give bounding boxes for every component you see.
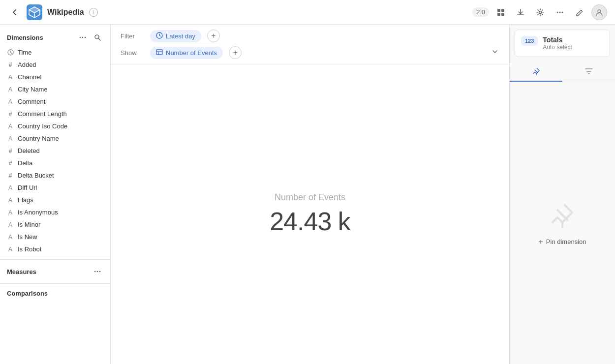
filter-tag-label: Latest day [166,32,195,40]
svg-point-11 [557,11,558,13]
dim-label-deltabucket: Delta Bucket [18,172,54,179]
settings-icon-button[interactable] [532,4,548,20]
dim-item-isanonymous[interactable]: A Is Anonymous [0,206,110,218]
pin-plus-icon: + [539,238,543,246]
dim-item-deltabucket[interactable]: # Delta Bucket [0,169,110,182]
pin-dimension-button[interactable]: + Pin dimension [539,238,586,246]
dim-item-comment[interactable]: A Comment [0,95,110,108]
back-button[interactable] [8,5,22,19]
dim-item-time[interactable]: Time [0,46,110,59]
download-icon-button[interactable] [513,4,528,20]
text-icon-channel: A [7,74,14,81]
dim-item-isrobot[interactable]: A Is Robot [0,243,110,255]
comparisons-header[interactable]: Comparisons [0,284,110,303]
dim-label-commentlength: Comment Length [18,110,67,118]
info-icon[interactable]: i [89,8,98,17]
measures-header[interactable]: Measures [0,260,110,283]
show-tag-label: Number of Events [166,49,217,57]
hash-icon-delta: # [7,160,14,167]
show-tag[interactable]: Number of Events [150,47,223,59]
show-chevron-button[interactable] [491,47,499,58]
svg-point-13 [562,11,563,13]
chart-metric-value: 24.43 k [270,207,350,236]
svg-point-16 [82,37,84,38]
svg-point-18 [95,35,99,39]
filter-add-button[interactable]: + [207,30,220,42]
sidebar: Dimensions Time # Added [0,25,111,364]
dim-label-flags: Flags [18,196,33,204]
totals-badge: 123 [521,36,538,46]
svg-rect-6 [497,9,500,12]
svg-point-23 [99,271,101,273]
app-icon [27,4,42,20]
dim-item-added[interactable]: # Added [0,59,110,71]
measures-more-button[interactable] [92,266,103,277]
more-icon-button[interactable] [552,4,568,20]
topnav: Wikipedia i 2.0 [0,0,615,25]
panel-tab-filter[interactable] [562,62,615,82]
clock-filter-icon [156,32,163,40]
show-row-right [491,47,499,58]
svg-point-10 [539,11,542,13]
dim-label-isminor: Is Minor [18,221,40,228]
dim-label-deleted: Deleted [18,147,40,154]
panel-tab-pin[interactable] [510,62,562,82]
pin-area: + Pin dimension [510,82,615,364]
dim-item-commentlength[interactable]: # Comment Length [0,108,110,120]
comparisons-title: Comparisons [7,290,48,297]
text-icon-isrobot: A [7,246,14,253]
totals-subtitle: Auto select [543,44,572,51]
grid-icon-button[interactable] [493,4,509,20]
dimensions-more-button[interactable] [77,31,89,43]
dim-item-flags[interactable]: A Flags [0,194,110,206]
filter-row: Filter Latest day + [121,30,499,42]
dim-label-added: Added [18,61,36,68]
dim-label-diffurl: Diff Url [18,184,37,191]
text-icon-countryisocode: A [7,123,14,130]
dim-label-countryisocode: Country Iso Code [18,122,67,130]
dim-item-isminor[interactable]: A Is Minor [0,218,110,231]
avatar[interactable] [591,4,607,20]
dimensions-list: Time # Added A Channel A City Name A Com… [0,46,110,259]
dim-item-countryisocode[interactable]: A Country Iso Code [0,120,110,132]
svg-rect-8 [497,13,500,16]
panel-tabs [510,62,615,82]
dim-item-diffurl[interactable]: A Diff Url [0,182,110,194]
right-panel: 123 Totals Auto select [509,25,615,364]
measures-title: Measures [7,268,36,275]
dimensions-title: Dimensions [7,34,43,41]
dim-item-deleted[interactable]: # Deleted [0,145,110,157]
app-title: Wikipedia [47,8,84,17]
hash-icon-commentlength: # [7,111,14,118]
version-badge: 2.0 [472,7,489,17]
clock-icon [7,49,14,56]
dim-label-countryname: Country Name [18,135,59,142]
dim-item-isnew[interactable]: A Is New [0,231,110,243]
dim-label-isanonymous: Is Anonymous [18,209,58,216]
show-add-button[interactable]: + [229,46,242,59]
query-bar: Filter Latest day + Show Number of Event… [111,25,509,64]
hash-icon-added: # [7,61,14,68]
text-icon-countryname: A [7,135,14,142]
totals-info: Totals Auto select [543,36,572,51]
svg-point-15 [80,37,81,38]
dim-item-cityname[interactable]: A City Name [0,83,110,95]
topnav-left: Wikipedia i [8,4,98,20]
totals-title: Totals [543,36,572,44]
hash-icon-deltabucket: # [7,172,14,179]
dim-label-delta: Delta [18,159,32,167]
edit-icon-button[interactable] [572,4,587,20]
pin-illustration [548,200,577,232]
chart-metric-label: Number of Events [275,192,345,203]
text-icon-isnew: A [7,234,14,241]
svg-point-22 [97,271,98,273]
dim-item-countryname[interactable]: A Country Name [0,132,110,145]
svg-rect-9 [501,13,504,16]
filter-tag[interactable]: Latest day [150,30,201,42]
show-label: Show [121,49,144,57]
hash-icon-deleted: # [7,148,14,154]
dim-item-delta[interactable]: # Delta [0,157,110,169]
dim-item-channel[interactable]: A Channel [0,71,110,83]
svg-rect-25 [156,50,162,55]
dimensions-search-button[interactable] [92,31,103,43]
